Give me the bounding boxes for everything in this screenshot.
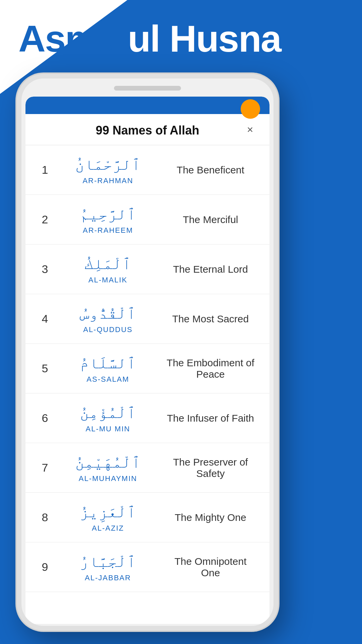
phone-speaker: [114, 86, 181, 91]
transliteration: AL-QUDDUS: [62, 325, 154, 334]
row-number: 1: [35, 163, 55, 176]
table-row[interactable]: 4 ٱلْقُدُّوسُ AL-QUDDUS The Most Sacred: [25, 294, 269, 344]
transliteration: AL-MUHAYMIN: [62, 474, 154, 483]
name-meaning: The Most Sacred: [161, 313, 260, 325]
row-number: 6: [35, 412, 55, 425]
arabic-text: ٱلْمَلِكُ: [62, 254, 154, 274]
arabic-column: ٱلسَّلَامُ AS-SALAM: [55, 353, 161, 384]
name-meaning: The Beneficent: [161, 164, 260, 176]
transliteration: AS-SALAM: [62, 375, 154, 384]
name-meaning: The Infuser of Faith: [161, 413, 260, 424]
row-number: 8: [35, 511, 55, 524]
row-number: 4: [35, 312, 55, 325]
close-button[interactable]: ×: [243, 122, 257, 137]
modal-title: 99 Names of Allah: [96, 123, 199, 138]
arabic-text: ٱلْمُؤْمِنُ: [62, 403, 154, 423]
table-row[interactable]: 8 ٱلْعَزِيزُ AL-AZIZ The Mighty One: [25, 493, 269, 542]
table-row[interactable]: 5 ٱلسَّلَامُ AS-SALAM The Embodiment of …: [25, 344, 269, 393]
row-number: 2: [35, 213, 55, 226]
modal-title-bar: 99 Names of Allah ×: [25, 114, 269, 145]
row-number: 7: [35, 461, 55, 474]
name-meaning: The Merciful: [161, 214, 260, 225]
name-meaning: The Mighty One: [161, 512, 260, 523]
arabic-column: ٱلْمُهَيْمِنُ AL-MUHAYMIN: [55, 452, 161, 483]
arabic-text: ٱلرَّحِيمُ: [62, 204, 154, 224]
table-row[interactable]: 3 ٱلْمَلِكُ AL-MALIK The Eternal Lord: [25, 245, 269, 294]
name-meaning: The Embodiment of Peace: [161, 357, 260, 380]
transliteration: AL-MALIK: [62, 276, 154, 284]
app-header-bar: [25, 97, 269, 114]
modal-container: 99 Names of Allah × 1 ٱلرَّحْمَانُ AR-RA…: [25, 114, 269, 592]
arabic-column: ٱلرَّحْمَانُ AR-RAHMAN: [55, 155, 161, 185]
name-meaning: The Eternal Lord: [161, 264, 260, 275]
app-title: Asma ul Husna: [18, 20, 281, 58]
arabic-text: ٱلْجَبَّارُ: [62, 552, 154, 572]
transliteration: AL-MU MIN: [62, 425, 154, 433]
arabic-column: ٱلْمُؤْمِنُ AL-MU MIN: [55, 403, 161, 434]
arabic-column: ٱلْمَلِكُ AL-MALIK: [55, 254, 161, 285]
names-table: 1 ٱلرَّحْمَانُ AR-RAHMAN The Beneficent …: [25, 145, 269, 592]
app-screen: 99 Names of Allah × 1 ٱلرَّحْمَانُ AR-RA…: [25, 97, 269, 624]
arabic-column: ٱلْجَبَّارُ AL-JABBAR: [55, 552, 161, 583]
row-number: 9: [35, 560, 55, 574]
arabic-text: ٱلسَّلَامُ: [62, 353, 154, 373]
table-row[interactable]: 1 ٱلرَّحْمَانُ AR-RAHMAN The Beneficent: [25, 145, 269, 195]
table-row[interactable]: 2 ٱلرَّحِيمُ AR-RAHEEM The Merciful: [25, 195, 269, 245]
arabic-text: ٱلْمُهَيْمِنُ: [62, 452, 154, 473]
arabic-column: ٱلرَّحِيمُ AR-RAHEEM: [55, 204, 161, 235]
transliteration: AL-AZIZ: [62, 524, 154, 533]
phone-mockup: 99 Names of Allah × 1 ٱلرَّحْمَانُ AR-RA…: [17, 74, 278, 631]
table-row[interactable]: 6 ٱلْمُؤْمِنُ AL-MU MIN The Infuser of F…: [25, 393, 269, 443]
transliteration: AR-RAHEEM: [62, 226, 154, 235]
row-number: 5: [35, 362, 55, 375]
transliteration: AL-JABBAR: [62, 574, 154, 582]
transliteration: AR-RAHMAN: [62, 176, 154, 185]
table-row[interactable]: 9 ٱلْجَبَّارُ AL-JABBAR The Omnipotent O…: [25, 542, 269, 592]
arabic-text: ٱلْعَزِيزُ: [62, 502, 154, 522]
arabic-text: ٱلْقُدُّوسُ: [62, 304, 154, 324]
orange-action-button[interactable]: [241, 99, 260, 119]
table-row[interactable]: 7 ٱلْمُهَيْمِنُ AL-MUHAYMIN The Preserve…: [25, 443, 269, 493]
name-meaning: The Omnipotent One: [161, 556, 260, 579]
arabic-text: ٱلرَّحْمَانُ: [62, 155, 154, 175]
name-meaning: The Preserver of Safety: [161, 457, 260, 479]
arabic-column: ٱلْقُدُّوسُ AL-QUDDUS: [55, 304, 161, 334]
arabic-column: ٱلْعَزِيزُ AL-AZIZ: [55, 502, 161, 533]
row-number: 3: [35, 263, 55, 276]
